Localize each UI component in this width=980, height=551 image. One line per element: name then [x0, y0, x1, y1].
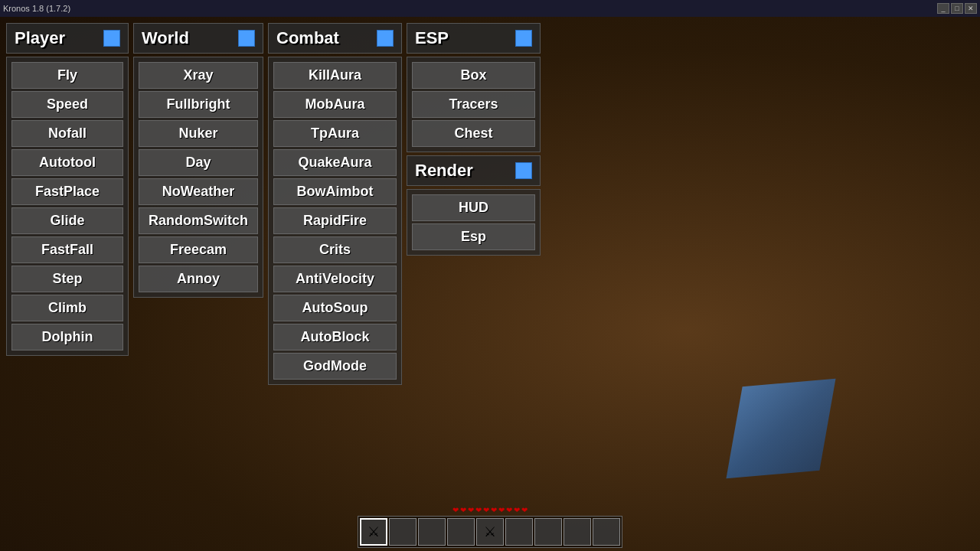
sword-icon-2: ⚔	[484, 523, 496, 540]
world-item-nuker[interactable]: Nuker	[139, 120, 258, 147]
world-item-randomswitch[interactable]: RandomSwitch	[139, 207, 258, 234]
player-item-fly[interactable]: Fly	[11, 62, 123, 89]
panel-player: Player Fly Speed Nofall Autotool FastPla…	[6, 23, 129, 545]
hud-bottom: ❤ ❤ ❤ ❤ ❤ ❤ ❤ ❤ ❤ ❤ ⚔ ⚔	[0, 490, 980, 551]
maximize-button[interactable]: □	[951, 3, 963, 14]
panel-combat-toggle[interactable]	[377, 30, 394, 47]
heart-1: ❤	[452, 506, 459, 514]
hotbar-slot-4[interactable]	[447, 518, 475, 546]
combat-item-killaura[interactable]: KillAura	[273, 62, 397, 89]
hud-health: ❤ ❤ ❤ ❤ ❤ ❤ ❤ ❤ ❤ ❤	[452, 506, 528, 514]
player-item-autotool[interactable]: Autotool	[11, 149, 123, 176]
player-item-fastplace[interactable]: FastPlace	[11, 178, 123, 205]
combat-item-mobaura[interactable]: MobAura	[273, 91, 397, 118]
heart-10: ❤	[521, 506, 528, 514]
titlebar: Kronos 1.8 (1.7.2) _ □ ✕	[0, 0, 980, 17]
panel-esp-toggle[interactable]	[515, 30, 532, 47]
titlebar-controls[interactable]: _ □ ✕	[937, 3, 977, 14]
world-item-xray[interactable]: Xray	[139, 62, 258, 89]
panel-world-toggle[interactable]	[238, 30, 255, 47]
titlebar-title: Kronos 1.8 (1.7.2)	[3, 4, 70, 13]
world-item-noweather[interactable]: NoWeather	[139, 178, 258, 205]
esp-render-container: ESP Box Tracers Chest Render HUD Esp	[407, 23, 541, 545]
combat-item-autoblock[interactable]: AutoBlock	[273, 324, 397, 350]
heart-3: ❤	[468, 506, 474, 514]
heart-8: ❤	[506, 506, 512, 514]
hotbar-slot-6[interactable]	[505, 518, 533, 546]
panel-world-header: World	[133, 23, 263, 54]
player-item-nofall[interactable]: Nofall	[11, 120, 123, 147]
combat-item-bowaimbot[interactable]: BowAimbot	[273, 178, 397, 205]
panel-render-title: Render	[415, 161, 473, 181]
panel-player-toggle[interactable]	[103, 30, 120, 47]
player-item-step[interactable]: Step	[11, 266, 123, 292]
combat-item-tpaura[interactable]: TpAura	[273, 120, 397, 147]
hotbar-slot-2[interactable]	[389, 518, 416, 546]
render-item-esp[interactable]: Esp	[412, 223, 535, 250]
render-item-hud[interactable]: HUD	[412, 194, 535, 221]
player-item-dolphin[interactable]: Dolphin	[11, 324, 123, 350]
esp-item-chest[interactable]: Chest	[412, 120, 535, 147]
panel-combat-header: Combat	[268, 23, 402, 54]
combat-item-autosoup[interactable]: AutoSoup	[273, 295, 397, 321]
panel-render-toggle[interactable]	[515, 162, 532, 179]
panel-render-header: Render	[407, 155, 541, 186]
panel-esp-title: ESP	[415, 28, 449, 48]
player-item-glide[interactable]: Glide	[11, 207, 123, 234]
combat-item-godmode[interactable]: GodMode	[273, 353, 397, 380]
panel-combat-items: KillAura MobAura TpAura QuakeAura BowAim…	[268, 57, 402, 385]
panel-esp-items: Box Tracers Chest	[407, 57, 541, 152]
heart-4: ❤	[475, 506, 482, 514]
combat-item-antivelocity[interactable]: AntiVelocity	[273, 266, 397, 292]
panel-player-title: Player	[15, 28, 65, 48]
heart-6: ❤	[491, 506, 497, 514]
combat-item-rapidfire[interactable]: RapidFire	[273, 207, 397, 234]
main-content: Player Fly Speed Nofall Autotool FastPla…	[0, 17, 980, 551]
panel-world: World Xray Fullbright Nuker Day NoWeathe…	[133, 23, 263, 545]
player-item-climb[interactable]: Climb	[11, 295, 123, 321]
panel-render: Render HUD Esp	[407, 155, 541, 256]
panel-esp: ESP Box Tracers Chest	[407, 23, 541, 152]
world-item-day[interactable]: Day	[139, 149, 258, 176]
close-button[interactable]: ✕	[965, 3, 977, 14]
esp-item-tracers[interactable]: Tracers	[412, 91, 535, 118]
hotbar-slot-5[interactable]: ⚔	[476, 518, 504, 546]
panel-combat-title: Combat	[276, 28, 339, 48]
hud-hotbar[interactable]: ⚔ ⚔	[358, 516, 622, 548]
hotbar-slot-8[interactable]	[564, 518, 591, 546]
world-item-fullbright[interactable]: Fullbright	[139, 91, 258, 118]
panel-combat: Combat KillAura MobAura TpAura QuakeAura…	[268, 23, 402, 545]
world-item-annoy[interactable]: Annoy	[139, 266, 258, 292]
panel-render-items: HUD Esp	[407, 189, 541, 256]
combat-item-quakeaura[interactable]: QuakeAura	[273, 149, 397, 176]
player-item-speed[interactable]: Speed	[11, 91, 123, 118]
panel-player-header: Player	[6, 23, 129, 54]
minimize-button[interactable]: _	[937, 3, 949, 14]
heart-5: ❤	[483, 506, 489, 514]
world-item-freecam[interactable]: Freecam	[139, 236, 258, 263]
player-item-fastfall[interactable]: FastFall	[11, 236, 123, 263]
hotbar-slot-1[interactable]: ⚔	[360, 518, 387, 546]
combat-item-crits[interactable]: Crits	[273, 236, 397, 263]
panel-world-title: World	[142, 28, 189, 48]
heart-9: ❤	[514, 506, 520, 514]
heart-2: ❤	[460, 506, 466, 514]
panel-esp-header: ESP	[407, 23, 541, 54]
sword-icon: ⚔	[368, 523, 380, 540]
esp-item-box[interactable]: Box	[412, 62, 535, 89]
panel-world-items: Xray Fullbright Nuker Day NoWeather Rand…	[133, 57, 263, 298]
panel-player-items: Fly Speed Nofall Autotool FastPlace Glid…	[6, 57, 129, 356]
heart-7: ❤	[498, 506, 505, 514]
hotbar-slot-9[interactable]	[593, 518, 620, 546]
hotbar-slot-7[interactable]	[534, 518, 562, 546]
hotbar-slot-3[interactable]	[418, 518, 446, 546]
